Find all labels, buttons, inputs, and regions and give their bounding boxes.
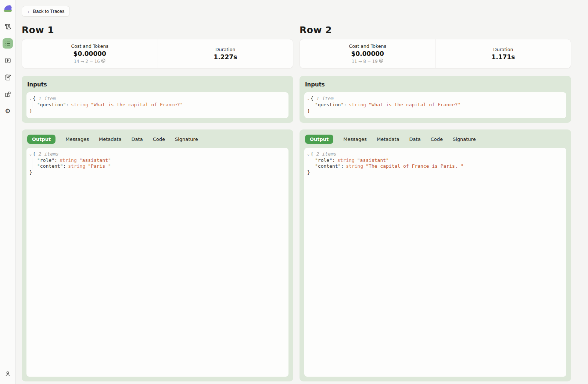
output-panel: Output Messages Metadata Data Code Signa… <box>300 129 571 381</box>
cost-tokens-stat: Cost and Tokens $0.00000 14 → 2 = 16 <box>22 39 158 68</box>
user-menu-button[interactable] <box>3 369 13 379</box>
tab-output[interactable]: Output <box>27 135 55 144</box>
duration-stat: Duration 1.227s <box>158 39 293 68</box>
page-title: Row 2 <box>300 25 571 35</box>
sidebar-item-functions[interactable] <box>3 55 13 65</box>
cost-value: $0.00000 <box>74 50 106 57</box>
json-entry: "question": string "What is the capital … <box>315 102 562 108</box>
function-icon <box>5 57 11 64</box>
tab-data[interactable]: Data <box>132 135 143 144</box>
duration-stat: Duration 1.171s <box>435 39 571 68</box>
sidebar-item-blocks[interactable] <box>3 89 13 99</box>
item-count: 2 items <box>316 151 337 157</box>
tab-messages[interactable]: Messages <box>343 135 367 144</box>
sidebar-item-playground[interactable] <box>3 72 13 82</box>
frog-logo[interactable] <box>2 3 13 13</box>
duration-value: 1.227s <box>214 53 237 61</box>
tab-metadata[interactable]: Metadata <box>99 135 122 144</box>
tab-code[interactable]: Code <box>153 135 165 144</box>
row-1-column: Row 1 Cost and Tokens $0.00000 14 → 2 = … <box>22 25 293 381</box>
page-title: Row 1 <box>22 25 293 35</box>
json-entry: "role": string "assistant" <box>315 157 562 164</box>
row-2-column: Row 2 Cost and Tokens $0.00000 11 → 8 = … <box>300 25 571 381</box>
tab-data[interactable]: Data <box>409 135 421 144</box>
chevron-down-icon[interactable]: ⌄ <box>307 152 309 156</box>
stats-card: Cost and Tokens $0.00000 14 → 2 = 16 Dur… <box>22 39 293 68</box>
item-count: 1 item <box>316 96 334 102</box>
tab-messages[interactable]: Messages <box>65 135 89 144</box>
main-content: ← Back to Traces Row 1 Cost and Tokens $… <box>16 0 588 384</box>
gear-icon: ⚙ <box>5 108 10 114</box>
tab-code[interactable]: Code <box>431 135 443 144</box>
sidebar-item-datasets[interactable] <box>3 38 13 49</box>
back-to-traces-button[interactable]: ← Back to Traces <box>22 6 70 17</box>
blocks-icon <box>5 91 11 97</box>
output-tabs: Output Messages Metadata Data Code Signa… <box>27 135 288 144</box>
sidebar: ⚙ <box>0 0 16 384</box>
sidebar-item-settings[interactable]: ⚙ <box>3 106 13 116</box>
tab-metadata[interactable]: Metadata <box>377 135 399 144</box>
coin-icon <box>101 58 105 64</box>
json-viewer: ⌄ { 2 items "role": string "assistant" "… <box>304 148 566 377</box>
stat-label: Duration <box>493 47 513 52</box>
chevron-down-icon[interactable]: ⌄ <box>29 152 32 156</box>
scroll-traces-icon <box>5 24 11 30</box>
chevron-down-icon[interactable]: ⌄ <box>307 96 309 101</box>
inputs-title: Inputs <box>305 81 566 88</box>
coin-icon <box>379 58 383 64</box>
duration-value: 1.171s <box>491 53 515 61</box>
json-entry: "content": string "The capital of France… <box>315 163 562 170</box>
stat-label: Duration <box>215 47 235 52</box>
tokens-breakdown: 14 → 2 = 16 <box>74 58 105 64</box>
json-viewer: ⌄ { 1 item "question": string "What is t… <box>304 92 566 118</box>
stats-card: Cost and Tokens $0.00000 11 → 8 = 19 Dur… <box>300 39 571 68</box>
tab-signature[interactable]: Signature <box>175 135 198 144</box>
inputs-panel: Inputs ⌄ { 1 item "question": string "Wh… <box>300 76 571 123</box>
sidebar-nav: ⚙ <box>3 21 13 116</box>
sidebar-item-traces[interactable] <box>3 21 13 32</box>
json-entry: "content": string "Paris " <box>37 163 284 170</box>
notebook-pen-icon <box>5 74 11 81</box>
stat-label: Cost and Tokens <box>71 43 108 49</box>
chevron-down-icon[interactable]: ⌄ <box>29 96 32 101</box>
inputs-panel: Inputs ⌄ { 1 item "question": string "Wh… <box>22 76 293 123</box>
sidebar-footer <box>0 364 15 384</box>
output-panel: Output Messages Metadata Data Code Signa… <box>22 129 293 381</box>
item-count: 2 items <box>39 151 59 157</box>
comparison-columns: Row 1 Cost and Tokens $0.00000 14 → 2 = … <box>22 25 571 381</box>
tab-signature[interactable]: Signature <box>453 135 476 144</box>
item-count: 1 item <box>39 96 56 102</box>
json-viewer: ⌄ { 1 item "question": string "What is t… <box>26 92 288 118</box>
inputs-title: Inputs <box>27 81 288 88</box>
output-tabs: Output Messages Metadata Data Code Signa… <box>305 135 566 144</box>
user-icon <box>5 371 11 377</box>
stat-label: Cost and Tokens <box>349 43 386 49</box>
list-dataset-icon <box>5 40 11 47</box>
json-entry: "question": string "What is the capital … <box>37 102 284 108</box>
tab-output[interactable]: Output <box>305 135 333 144</box>
json-entry: "role": string "assistant" <box>37 157 284 164</box>
tokens-breakdown: 11 → 8 = 19 <box>352 58 383 64</box>
cost-value: $0.00000 <box>351 50 384 57</box>
json-viewer: ⌄ { 2 items "role": string "assistant" "… <box>26 148 288 377</box>
cost-tokens-stat: Cost and Tokens $0.00000 11 → 8 = 19 <box>300 39 435 68</box>
